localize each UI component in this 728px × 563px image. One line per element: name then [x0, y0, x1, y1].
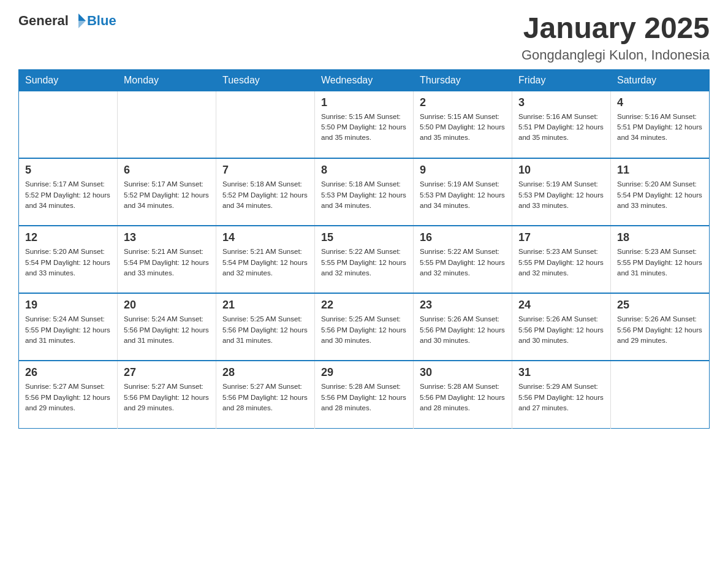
- day-info: Sunrise: 5:24 AM Sunset: 5:55 PM Dayligh…: [25, 314, 111, 346]
- column-header-saturday: Saturday: [611, 69, 710, 91]
- calendar-week-row: 5Sunrise: 5:17 AM Sunset: 5:52 PM Daylig…: [19, 158, 710, 226]
- column-header-tuesday: Tuesday: [216, 69, 315, 91]
- day-number: 20: [124, 299, 210, 312]
- day-info: Sunrise: 5:21 AM Sunset: 5:54 PM Dayligh…: [124, 247, 210, 278]
- calendar-cell: 7Sunrise: 5:18 AM Sunset: 5:52 PM Daylig…: [216, 158, 315, 226]
- day-info: Sunrise: 5:25 AM Sunset: 5:56 PM Dayligh…: [321, 314, 407, 346]
- day-info: Sunrise: 5:26 AM Sunset: 5:56 PM Dayligh…: [518, 314, 604, 346]
- calendar-cell: 12Sunrise: 5:20 AM Sunset: 5:54 PM Dayli…: [19, 226, 118, 293]
- day-number: 18: [617, 231, 703, 244]
- calendar-week-row: 26Sunrise: 5:27 AM Sunset: 5:56 PM Dayli…: [19, 361, 710, 428]
- day-number: 19: [25, 299, 111, 312]
- calendar-cell: 13Sunrise: 5:21 AM Sunset: 5:54 PM Dayli…: [118, 226, 216, 293]
- month-title: January 2025: [521, 12, 710, 45]
- day-info: Sunrise: 5:15 AM Sunset: 5:50 PM Dayligh…: [321, 112, 407, 144]
- calendar-cell: [611, 361, 710, 428]
- day-info: Sunrise: 5:23 AM Sunset: 5:55 PM Dayligh…: [617, 247, 703, 278]
- day-info: Sunrise: 5:22 AM Sunset: 5:55 PM Dayligh…: [420, 247, 506, 278]
- calendar-cell: 31Sunrise: 5:29 AM Sunset: 5:56 PM Dayli…: [512, 361, 611, 428]
- day-number: 4: [617, 96, 703, 109]
- day-number: 21: [222, 299, 308, 312]
- calendar-cell: 25Sunrise: 5:26 AM Sunset: 5:56 PM Dayli…: [611, 293, 710, 361]
- calendar-cell: 26Sunrise: 5:27 AM Sunset: 5:56 PM Dayli…: [19, 361, 118, 428]
- logo: General Blue: [18, 12, 116, 29]
- logo-general-text: General: [18, 13, 69, 29]
- calendar-cell: 8Sunrise: 5:18 AM Sunset: 5:53 PM Daylig…: [315, 158, 414, 226]
- day-number: 23: [420, 299, 506, 312]
- day-number: 1: [321, 96, 407, 109]
- column-header-monday: Monday: [118, 69, 216, 91]
- calendar-cell: 14Sunrise: 5:21 AM Sunset: 5:54 PM Dayli…: [216, 226, 315, 293]
- calendar-cell: 18Sunrise: 5:23 AM Sunset: 5:55 PM Dayli…: [611, 226, 710, 293]
- calendar-cell: 27Sunrise: 5:27 AM Sunset: 5:56 PM Dayli…: [118, 361, 216, 428]
- day-number: 3: [518, 96, 604, 109]
- day-number: 16: [420, 231, 506, 244]
- day-number: 31: [518, 366, 604, 379]
- calendar-cell: 3Sunrise: 5:16 AM Sunset: 5:51 PM Daylig…: [512, 91, 611, 158]
- calendar-cell: 19Sunrise: 5:24 AM Sunset: 5:55 PM Dayli…: [19, 293, 118, 361]
- day-info: Sunrise: 5:28 AM Sunset: 5:56 PM Dayligh…: [321, 381, 407, 413]
- day-info: Sunrise: 5:16 AM Sunset: 5:51 PM Dayligh…: [518, 112, 604, 144]
- day-number: 2: [420, 96, 506, 109]
- svg-marker-0: [78, 13, 86, 21]
- calendar-week-row: 1Sunrise: 5:15 AM Sunset: 5:50 PM Daylig…: [19, 91, 710, 158]
- day-number: 11: [617, 164, 703, 177]
- calendar-cell: 6Sunrise: 5:17 AM Sunset: 5:52 PM Daylig…: [118, 158, 216, 226]
- day-number: 26: [25, 366, 111, 379]
- calendar-cell: 9Sunrise: 5:19 AM Sunset: 5:53 PM Daylig…: [414, 158, 512, 226]
- day-number: 6: [124, 164, 210, 177]
- day-number: 22: [321, 299, 407, 312]
- svg-marker-1: [78, 21, 86, 28]
- day-info: Sunrise: 5:27 AM Sunset: 5:56 PM Dayligh…: [124, 381, 210, 413]
- day-info: Sunrise: 5:19 AM Sunset: 5:53 PM Dayligh…: [518, 179, 604, 211]
- title-area: January 2025 Gongdanglegi Kulon, Indones…: [521, 12, 710, 63]
- calendar-cell: 23Sunrise: 5:26 AM Sunset: 5:56 PM Dayli…: [414, 293, 512, 361]
- day-info: Sunrise: 5:25 AM Sunset: 5:56 PM Dayligh…: [222, 314, 308, 346]
- day-number: 27: [124, 366, 210, 379]
- calendar-cell: 30Sunrise: 5:28 AM Sunset: 5:56 PM Dayli…: [414, 361, 512, 428]
- calendar-cell: 15Sunrise: 5:22 AM Sunset: 5:55 PM Dayli…: [315, 226, 414, 293]
- day-info: Sunrise: 5:21 AM Sunset: 5:54 PM Dayligh…: [222, 247, 308, 278]
- day-info: Sunrise: 5:18 AM Sunset: 5:53 PM Dayligh…: [321, 179, 407, 211]
- day-number: 7: [222, 164, 308, 177]
- day-info: Sunrise: 5:20 AM Sunset: 5:54 PM Dayligh…: [617, 179, 703, 211]
- day-info: Sunrise: 5:29 AM Sunset: 5:56 PM Dayligh…: [518, 381, 604, 413]
- day-info: Sunrise: 5:28 AM Sunset: 5:56 PM Dayligh…: [420, 381, 506, 413]
- calendar-table: SundayMondayTuesdayWednesdayThursdayFrid…: [18, 69, 710, 429]
- day-number: 29: [321, 366, 407, 379]
- calendar-cell: 5Sunrise: 5:17 AM Sunset: 5:52 PM Daylig…: [19, 158, 118, 226]
- calendar-week-row: 12Sunrise: 5:20 AM Sunset: 5:54 PM Dayli…: [19, 226, 710, 293]
- day-number: 28: [222, 366, 308, 379]
- day-info: Sunrise: 5:20 AM Sunset: 5:54 PM Dayligh…: [25, 247, 111, 278]
- day-info: Sunrise: 5:16 AM Sunset: 5:51 PM Dayligh…: [617, 112, 703, 144]
- day-number: 5: [25, 164, 111, 177]
- calendar-cell: 2Sunrise: 5:15 AM Sunset: 5:50 PM Daylig…: [414, 91, 512, 158]
- day-number: 25: [617, 299, 703, 312]
- calendar-cell: 1Sunrise: 5:15 AM Sunset: 5:50 PM Daylig…: [315, 91, 414, 158]
- calendar-cell: 28Sunrise: 5:27 AM Sunset: 5:56 PM Dayli…: [216, 361, 315, 428]
- day-info: Sunrise: 5:23 AM Sunset: 5:55 PM Dayligh…: [518, 247, 604, 278]
- day-number: 10: [518, 164, 604, 177]
- calendar-cell: [19, 91, 118, 158]
- calendar-cell: 16Sunrise: 5:22 AM Sunset: 5:55 PM Dayli…: [414, 226, 512, 293]
- column-header-friday: Friday: [512, 69, 611, 91]
- day-info: Sunrise: 5:22 AM Sunset: 5:55 PM Dayligh…: [321, 247, 407, 278]
- day-info: Sunrise: 5:19 AM Sunset: 5:53 PM Dayligh…: [420, 179, 506, 211]
- calendar-cell: 21Sunrise: 5:25 AM Sunset: 5:56 PM Dayli…: [216, 293, 315, 361]
- day-info: Sunrise: 5:26 AM Sunset: 5:56 PM Dayligh…: [420, 314, 506, 346]
- location-title: Gongdanglegi Kulon, Indonesia: [521, 47, 710, 63]
- calendar-cell: 10Sunrise: 5:19 AM Sunset: 5:53 PM Dayli…: [512, 158, 611, 226]
- calendar-cell: 22Sunrise: 5:25 AM Sunset: 5:56 PM Dayli…: [315, 293, 414, 361]
- day-number: 14: [222, 231, 308, 244]
- column-header-wednesday: Wednesday: [315, 69, 414, 91]
- calendar-cell: [216, 91, 315, 158]
- day-number: 8: [321, 164, 407, 177]
- page-header: General Blue January 2025 Gongdanglegi K…: [18, 12, 710, 63]
- day-info: Sunrise: 5:27 AM Sunset: 5:56 PM Dayligh…: [222, 381, 308, 413]
- day-info: Sunrise: 5:24 AM Sunset: 5:56 PM Dayligh…: [124, 314, 210, 346]
- logo-blue-text: Blue: [87, 13, 116, 29]
- day-info: Sunrise: 5:17 AM Sunset: 5:52 PM Dayligh…: [124, 179, 210, 211]
- logo-flag-icon: [70, 12, 87, 29]
- day-number: 17: [518, 231, 604, 244]
- calendar-cell: 29Sunrise: 5:28 AM Sunset: 5:56 PM Dayli…: [315, 361, 414, 428]
